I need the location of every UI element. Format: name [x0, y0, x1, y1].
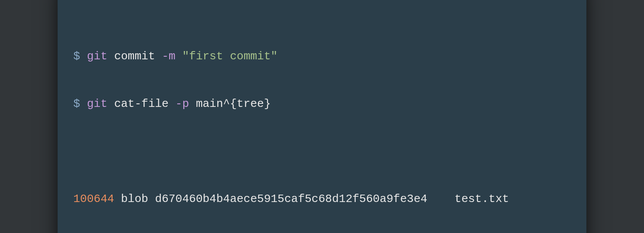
flag: -p	[175, 97, 189, 110]
git-command: git	[87, 50, 107, 63]
flag: -m	[162, 50, 175, 63]
file-mode: 100644	[73, 192, 114, 206]
object-type: blob	[121, 192, 148, 206]
command-line-1: $ git commit -m "first commit"	[73, 48, 571, 64]
prompt: $	[73, 97, 87, 110]
command-line-2: $ git cat-file -p main^{tree}	[73, 96, 571, 112]
filename: test.txt	[455, 192, 509, 206]
object-hash: d670460b4b4aece5915caf5c68d12f560a9fe3e4	[155, 192, 427, 206]
terminal-window: $ git commit -m "first commit" $ git cat…	[58, 0, 586, 233]
git-command: git	[87, 97, 107, 110]
subcommand: commit	[114, 50, 155, 63]
blank-line	[73, 144, 571, 160]
terminal-content: $ git commit -m "first commit" $ git cat…	[73, 17, 571, 233]
commit-message: "first commit"	[182, 50, 277, 63]
tree-ref: main^{tree}	[196, 97, 271, 110]
subcommand: cat-file	[114, 97, 169, 110]
prompt: $	[73, 50, 87, 63]
output-line: 100644 blob d670460b4b4aece5915caf5c68d1…	[73, 191, 571, 207]
